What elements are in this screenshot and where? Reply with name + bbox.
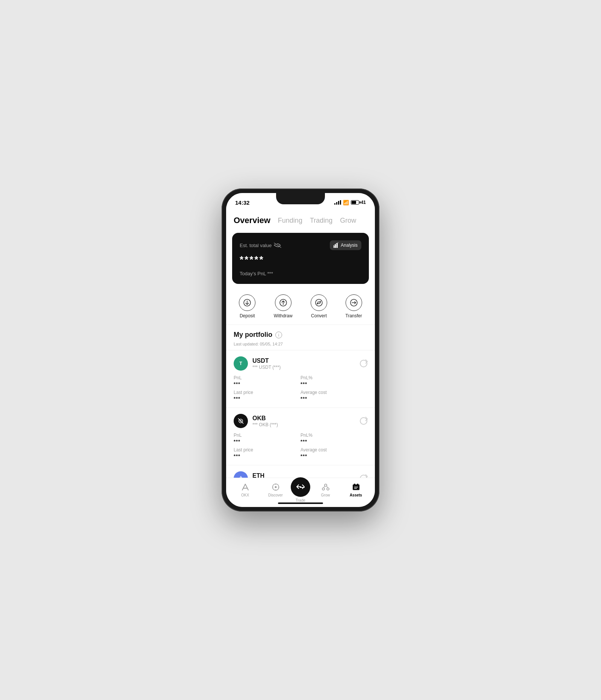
usdt-pnl: PnL *** xyxy=(234,375,300,387)
pnl-value-okb: *** xyxy=(234,439,300,444)
deposit-button[interactable]: Deposit xyxy=(239,294,255,318)
pnl-percent-label-usdt: PnL% xyxy=(300,375,367,380)
pnl-percent-label-okb: PnL% xyxy=(300,433,367,438)
usdt-avg-cost: Average cost *** xyxy=(300,390,367,401)
asset-header-usdt: T USDT *** USDT (***) xyxy=(234,356,367,371)
tab-trading[interactable]: Trading xyxy=(310,217,332,225)
avg-cost-value-okb: *** xyxy=(300,453,367,459)
nav-assets[interactable]: Assets xyxy=(341,483,371,497)
asset-left-okb: OKB *** OKB (***) xyxy=(234,414,278,428)
svg-rect-2 xyxy=(337,243,338,248)
last-price-value-okb: *** xyxy=(234,453,300,459)
usdt-refresh-icon[interactable] xyxy=(360,360,367,367)
nav-grow[interactable]: Grow xyxy=(310,483,341,497)
battery-label: 41 xyxy=(361,200,366,205)
convert-button[interactable]: Convert xyxy=(311,294,327,318)
last-price-value-usdt: *** xyxy=(234,396,300,401)
usdt-info: USDT *** USDT (***) xyxy=(252,358,281,370)
phone-screen: 14:32 📶 41 Overview Funding xyxy=(226,193,375,507)
svg-rect-30 xyxy=(354,484,355,485)
convert-label: Convert xyxy=(311,313,327,318)
assets-label: Assets xyxy=(350,493,362,497)
avg-cost-label-okb: Average cost xyxy=(300,447,367,453)
okb-pnl-percent: PnL% *** xyxy=(300,433,367,444)
pnl-percent-value-usdt: *** xyxy=(300,381,367,387)
usdt-pnl-percent: PnL% *** xyxy=(300,375,367,387)
screen-content: Overview Funding Trading Grow Est. total… xyxy=(226,210,375,478)
trade-arrows-icon xyxy=(296,482,305,492)
nav-discover[interactable]: Discover xyxy=(260,483,291,497)
okb-subtext: *** OKB (***) xyxy=(252,422,278,427)
svg-point-21 xyxy=(275,486,276,488)
svg-rect-31 xyxy=(357,484,358,485)
pnl-label-okb: PnL xyxy=(234,433,300,438)
last-price-label-okb: Last price xyxy=(234,447,300,453)
okb-refresh-icon[interactable] xyxy=(360,417,367,425)
analysis-button[interactable]: Analysis xyxy=(330,240,361,250)
eth-refresh-icon[interactable] xyxy=(360,475,367,478)
tab-overview[interactable]: Overview xyxy=(234,216,270,225)
withdraw-button[interactable]: Withdraw xyxy=(274,294,293,318)
status-icons: 📶 41 xyxy=(334,200,366,205)
usdt-last-price: Last price *** xyxy=(234,390,300,401)
trade-label: Trade xyxy=(296,498,305,502)
portfolio-card: Est. total value Analysis xyxy=(232,233,369,284)
pnl-label: Today's PnL *** xyxy=(240,271,361,276)
asset-left-eth: ETH *** ETH (***) xyxy=(234,471,278,478)
portfolio-title-row: My portfolio i xyxy=(234,331,367,339)
trade-center-button[interactable] xyxy=(291,477,310,497)
nav-tabs: Overview Funding Trading Grow xyxy=(226,210,375,228)
portfolio-info-icon[interactable]: i xyxy=(275,332,282,338)
asset-header-okb: OKB *** OKB (***) xyxy=(234,414,367,428)
avg-cost-value-usdt: *** xyxy=(300,396,367,401)
eye-slash-icon[interactable] xyxy=(274,243,281,248)
asset-item-eth: ETH *** ETH (***) xyxy=(226,465,375,478)
asset-item-okb: OKB *** OKB (***) PnL *** PnL% xyxy=(226,407,375,465)
tab-funding[interactable]: Funding xyxy=(278,217,302,225)
grow-label: Grow xyxy=(321,493,330,497)
svg-rect-1 xyxy=(335,244,336,248)
analysis-chart-icon xyxy=(334,243,339,248)
eth-name: ETH xyxy=(252,472,278,478)
nav-trade[interactable]: Trade xyxy=(291,477,310,502)
total-value-label: Est. total value xyxy=(240,243,281,248)
signal-icon xyxy=(334,200,341,205)
svg-line-28 xyxy=(327,486,328,488)
eth-info: ETH *** ETH (***) xyxy=(252,472,278,478)
portfolio-title: My portfolio xyxy=(234,331,272,339)
avg-cost-label-usdt: Average cost xyxy=(300,390,367,395)
svg-point-26 xyxy=(327,488,329,490)
asset-item-usdt: T USDT *** USDT (***) PnL xyxy=(226,350,375,407)
deposit-label: Deposit xyxy=(240,313,255,318)
withdraw-label: Withdraw xyxy=(274,313,293,318)
pnl-percent-value-okb: *** xyxy=(300,439,367,444)
okb-logo xyxy=(234,414,248,428)
pnl-label-usdt: PnL xyxy=(234,375,300,380)
okb-name: OKB xyxy=(252,415,278,422)
analysis-label: Analysis xyxy=(341,243,358,248)
phone-notch xyxy=(276,193,325,204)
total-value-hidden: ***** xyxy=(240,254,361,266)
okb-avg-cost: Average cost *** xyxy=(300,447,367,459)
tab-grow[interactable]: Grow xyxy=(340,217,356,225)
svg-point-25 xyxy=(322,488,325,490)
deposit-icon xyxy=(239,294,255,311)
discover-icon xyxy=(271,483,280,492)
asset-list: T USDT *** USDT (***) PnL xyxy=(226,350,375,478)
svg-point-5 xyxy=(316,299,322,306)
okb-stats: PnL *** PnL% *** Last price *** Averag xyxy=(234,433,367,459)
okb-info: OKB *** OKB (***) xyxy=(252,415,278,427)
nav-okx[interactable]: OKX xyxy=(230,483,260,497)
svg-rect-0 xyxy=(334,246,335,248)
action-buttons: Deposit Withdraw xyxy=(226,288,375,325)
okx-label: OKX xyxy=(241,493,249,497)
eth-logo xyxy=(234,471,248,478)
usdt-subtext: *** USDT (***) xyxy=(252,365,281,370)
convert-icon xyxy=(311,294,327,311)
usdt-logo: T xyxy=(234,356,248,371)
wifi-icon: 📶 xyxy=(343,200,349,205)
portfolio-last-updated: Last updated: 05/05, 14:27 xyxy=(234,342,283,346)
asset-left-usdt: T USDT *** USDT (***) xyxy=(234,356,281,371)
status-time: 14:32 xyxy=(235,199,249,206)
transfer-button[interactable]: Transfer xyxy=(346,294,362,318)
